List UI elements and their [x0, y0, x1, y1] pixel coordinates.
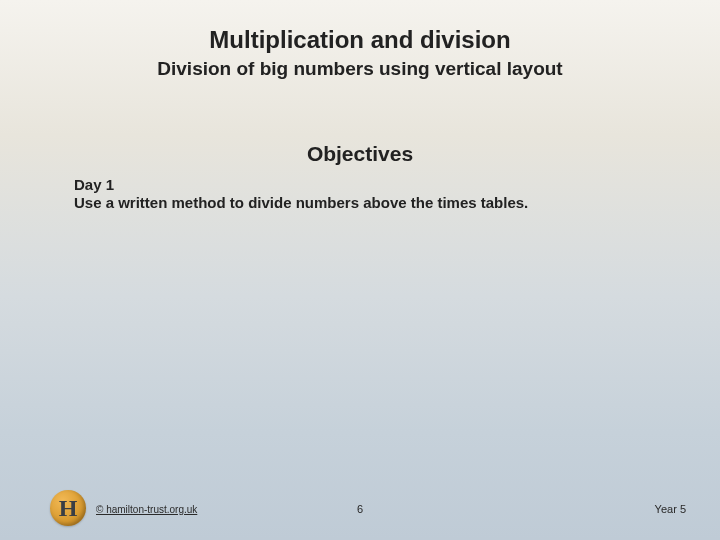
objective-text: Use a written method to divide numbers a…	[74, 194, 660, 211]
day-label: Day 1	[74, 176, 660, 193]
page-subtitle: Division of big numbers using vertical l…	[0, 58, 720, 80]
page-number: 6	[357, 503, 363, 515]
footer: H © hamilton-trust.org.uk 6 Year 5	[0, 486, 720, 526]
section-heading: Objectives	[0, 142, 720, 166]
year-label: Year 5	[655, 503, 686, 515]
logo-badge: H	[50, 490, 86, 526]
slide: Multiplication and division Division of …	[0, 0, 720, 540]
page-title: Multiplication and division	[0, 0, 720, 54]
copyright-link[interactable]: © hamilton-trust.org.uk	[96, 504, 197, 515]
body-block: Day 1 Use a written method to divide num…	[0, 176, 720, 211]
logo-letter: H	[59, 496, 78, 520]
